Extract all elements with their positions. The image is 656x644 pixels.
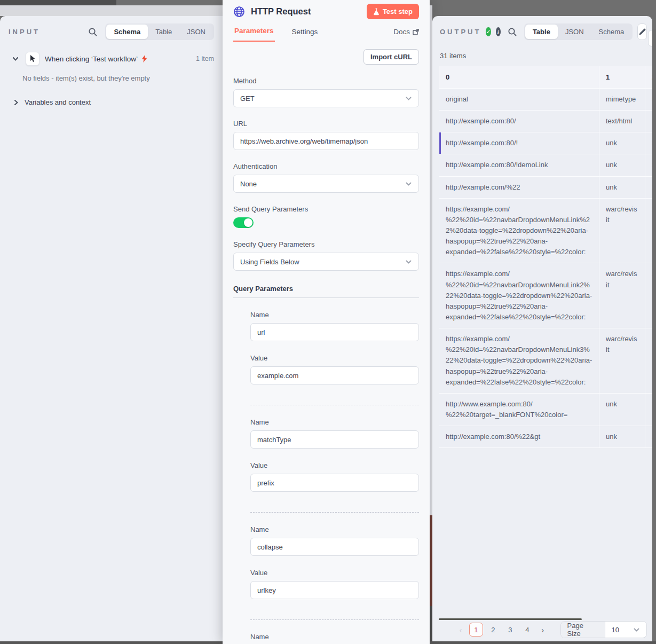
table-cell[interactable]: unk: [599, 426, 645, 448]
output-tab-schema[interactable]: Schema: [591, 25, 632, 39]
table-cell[interactable]: unk: [599, 154, 645, 176]
table-cell[interactable]: 20: [645, 263, 653, 328]
input-tab-table[interactable]: Table: [148, 25, 179, 39]
chevron-down-icon[interactable]: [12, 55, 19, 62]
specify-query-select[interactable]: Using Fields Below: [233, 253, 419, 271]
query-parameter-pair: NameValue: [250, 512, 419, 599]
table-cell[interactable]: warc/revisit: [599, 198, 645, 263]
param-value-label: Value: [250, 569, 419, 577]
horizontal-scrollbar[interactable]: [439, 618, 582, 620]
next-page-button[interactable]: ›: [536, 625, 550, 634]
authentication-label: Authentication: [233, 162, 419, 170]
output-tab-table[interactable]: Table: [525, 25, 558, 39]
url-input[interactable]: [233, 132, 419, 150]
pagination: ‹ 1234 › Page Size 10: [454, 621, 647, 638]
output-table-wrap: 012 originalmimetypetimestamphttp://exam…: [439, 66, 652, 448]
clipped-action-button[interactable]: [648, 30, 652, 46]
table-cell[interactable]: 20: [645, 198, 653, 263]
docs-link[interactable]: Docs: [393, 28, 419, 42]
output-panel-title: OUTPUT: [440, 28, 481, 36]
tab-settings[interactable]: Settings: [291, 23, 319, 42]
table-cell[interactable]: 20: [645, 176, 653, 198]
table-cell[interactable]: mimetype: [599, 89, 645, 111]
table-cell[interactable]: https://example.com/ %22%20id=%22navbarD…: [439, 263, 599, 328]
param-name-input[interactable]: [250, 430, 419, 449]
page-number-2[interactable]: 2: [486, 623, 500, 637]
page-number-4[interactable]: 4: [520, 623, 534, 637]
param-name-input[interactable]: [250, 538, 419, 556]
output-panel-header: OUTPUT ✓ i TableJSONSchema: [432, 23, 652, 40]
table-cell[interactable]: unk: [599, 176, 645, 198]
authentication-select[interactable]: None: [233, 175, 419, 193]
test-step-label: Test step: [383, 7, 413, 15]
table-cell[interactable]: http://example.com:80/!: [439, 132, 599, 154]
query-parameters-group: NameValueNameValueNameValueNameValue: [250, 311, 419, 644]
page-size-select[interactable]: 10: [605, 622, 646, 638]
param-value-input[interactable]: [250, 366, 419, 384]
node-parameters-form: Import cURL Method GET URL Authenticatio…: [223, 42, 430, 644]
table-cell[interactable]: http://example.com/%22: [439, 176, 599, 198]
table-cell[interactable]: original: [439, 89, 599, 111]
input-panel: INPUT SchemaTableJSON When clicking ‘Tes…: [0, 16, 223, 641]
canvas-backdrop: [116, 0, 223, 5]
table-row: https://example.com/ %22%20id=%22navbarD…: [439, 198, 653, 263]
table-cell[interactable]: http://www.example.com:80/ %22%20target=…: [439, 393, 599, 426]
table-cell[interactable]: http://example.com:80/%22&gt: [439, 426, 599, 448]
success-check-icon: ✓: [486, 27, 491, 36]
authentication-value: None: [240, 180, 405, 188]
info-icon[interactable]: i: [496, 27, 501, 36]
http-request-panel: HTTP Request Test step Parameters Settin…: [223, 0, 430, 644]
table-cell[interactable]: timestamp: [645, 89, 653, 111]
input-panel-title: INPUT: [9, 28, 40, 36]
param-value-input[interactable]: [250, 474, 419, 492]
input-tab-json[interactable]: JSON: [179, 25, 213, 39]
table-cell[interactable]: 20: [645, 328, 653, 394]
pair-divider: [250, 512, 419, 513]
param-value-input[interactable]: [250, 581, 419, 599]
test-step-button[interactable]: Test step: [367, 4, 419, 19]
variables-and-context-label: Variables and context: [25, 98, 91, 106]
input-tab-schema[interactable]: Schema: [106, 25, 148, 39]
canvas-backdrop: [430, 0, 656, 16]
node-header: HTTP Request Test step: [223, 0, 430, 22]
chevron-down-icon: [633, 626, 640, 633]
method-select[interactable]: GET: [233, 89, 419, 107]
search-icon[interactable]: [88, 27, 98, 37]
chevron-right-icon[interactable]: [13, 99, 19, 106]
variables-and-context-row[interactable]: Variables and context: [13, 98, 214, 106]
table-cell[interactable]: 20: [645, 154, 653, 176]
table-cell[interactable]: 20: [645, 132, 653, 154]
table-cell[interactable]: unk: [599, 132, 645, 154]
page-number-3[interactable]: 3: [503, 623, 517, 637]
globe-icon: [233, 6, 245, 18]
tab-parameters[interactable]: Parameters: [233, 22, 275, 42]
table-cell[interactable]: warc/revisit: [599, 328, 645, 394]
edit-output-button[interactable]: [637, 23, 647, 40]
external-link-icon: [413, 29, 419, 35]
prev-page-button[interactable]: ‹: [454, 625, 468, 634]
node-tabbar: Parameters Settings Docs: [223, 22, 430, 42]
output-tab-json[interactable]: JSON: [558, 25, 591, 39]
table-cell[interactable]: 20: [645, 393, 653, 426]
table-cell[interactable]: unk: [599, 393, 645, 426]
import-curl-button[interactable]: Import cURL: [363, 49, 419, 65]
param-name-input[interactable]: [250, 323, 419, 341]
table-cell[interactable]: http://example.com:80/!demoLink: [439, 154, 599, 176]
input-display-mode-tabs: SchemaTableJSON: [105, 23, 214, 40]
output-table-header-row: 012: [439, 66, 653, 89]
table-cell[interactable]: http://example.com:80/: [439, 111, 599, 132]
table-cell[interactable]: warc/revisit: [599, 263, 645, 328]
search-icon[interactable]: [508, 27, 517, 37]
table-cell[interactable]: 20: [645, 111, 653, 132]
page-number-1[interactable]: 1: [469, 623, 483, 637]
input-source-row[interactable]: When clicking ‘Test workflow’ 1 item: [9, 52, 214, 66]
table-cell[interactable]: https://example.com/ %22%20id=%22navbarD…: [439, 328, 599, 394]
input-panel-header: INPUT SchemaTableJSON: [9, 23, 214, 40]
input-source-label[interactable]: When clicking ‘Test workflow’: [45, 55, 138, 63]
table-cell[interactable]: text/html: [599, 111, 645, 132]
table-cell[interactable]: 20: [645, 426, 653, 448]
send-query-toggle[interactable]: [233, 217, 254, 228]
table-row: http://example.com:80/%22&gtunk20: [439, 426, 653, 448]
canvas-backdrop-bottom: [0, 641, 223, 644]
table-cell[interactable]: https://example.com/ %22%20id=%22navbarD…: [439, 198, 599, 263]
